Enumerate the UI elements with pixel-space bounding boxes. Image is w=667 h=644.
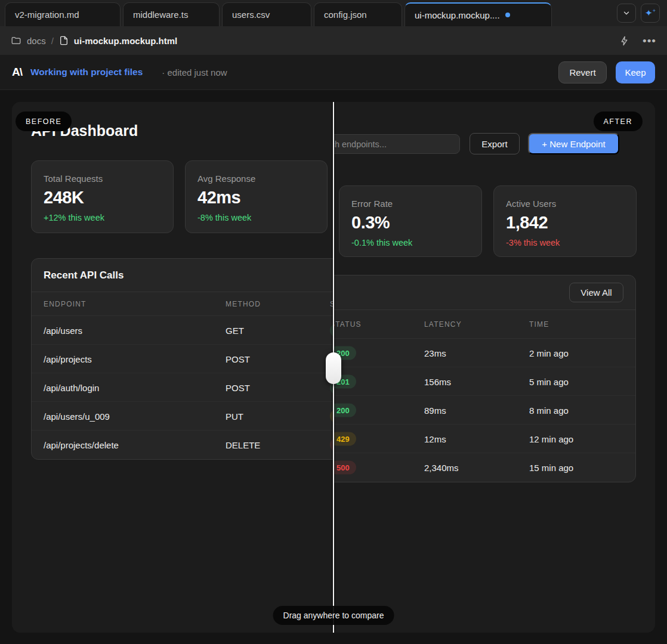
- before-stats-row: Total Requests 248K +12% this week Avg R…: [31, 160, 328, 233]
- breadcrumb-folder[interactable]: docs: [27, 36, 46, 46]
- before-after-stage: BEFORE API Dashboard Total Requests 248K…: [12, 102, 655, 633]
- stat-delta: +12% this week: [44, 213, 161, 222]
- tab-config-json[interactable]: config.json: [314, 2, 402, 26]
- file-icon: [59, 35, 69, 46]
- col-method: METHOD: [226, 300, 261, 308]
- ai-status-bar: A\ Working with project files · edited j…: [0, 55, 667, 90]
- new-endpoint-button[interactable]: + New Endpoint: [528, 133, 619, 154]
- col-latency: LATENCY: [424, 320, 462, 329]
- view-all-button[interactable]: View All: [569, 283, 623, 302]
- breadcrumb-bar: docs / ui-mockup.mockup.html •••: [0, 26, 667, 55]
- tab-middleware[interactable]: middleware.ts: [123, 2, 220, 26]
- col-status: STATUS: [330, 320, 362, 329]
- stat-card-total-requests: Total Requests 248K +12% this week: [31, 160, 174, 233]
- stat-delta: -0.1% this week: [351, 238, 470, 247]
- drag-tooltip: Drag anywhere to compare: [273, 606, 394, 625]
- editor-tab-bar: v2-migration.md middleware.ts users.csv …: [0, 0, 667, 26]
- preview-area: BEFORE API Dashboard Total Requests 248K…: [0, 90, 667, 644]
- stat-delta: -3% this week: [506, 238, 624, 247]
- breadcrumb: docs / ui-mockup.mockup.html: [11, 35, 177, 46]
- before-badge: BEFORE: [16, 112, 72, 131]
- breadcrumb-file: ui-mockup.mockup.html: [74, 36, 177, 46]
- ai-status-text: Working with project files: [30, 67, 143, 78]
- chevron-down-icon: [622, 9, 631, 17]
- tab-ui-mockup-active[interactable]: ui-mockup.mockup....: [404, 2, 552, 26]
- sparkle-plus-icon: ✦+: [645, 8, 656, 18]
- compare-drag-handle[interactable]: [326, 352, 341, 384]
- stat-card-error-rate: Error Rate 0.3% -0.1% this week: [339, 185, 482, 257]
- stat-card-active-users: Active Users 1,842 -3% this week: [493, 185, 637, 257]
- tab-list-dropdown-button[interactable]: [617, 4, 636, 23]
- export-button[interactable]: Export: [470, 133, 520, 154]
- keep-button[interactable]: Keep: [616, 61, 655, 83]
- breadcrumb-separator: /: [51, 36, 54, 46]
- tab-strip: v2-migration.md middleware.ts users.csv …: [0, 2, 552, 26]
- more-options-icon[interactable]: •••: [643, 35, 656, 47]
- panel-title: Recent API Calls: [44, 270, 123, 281]
- tab-users-csv[interactable]: users.csv: [222, 2, 311, 26]
- edited-timestamp: · edited just now: [162, 67, 227, 78]
- after-stats-row: Error Rate 0.3% -0.1% this week Active U…: [339, 185, 637, 257]
- new-ai-file-button[interactable]: ✦+: [641, 4, 660, 23]
- modified-dot-icon: [505, 13, 510, 17]
- after-badge: AFTER: [594, 112, 643, 131]
- tab-v2-migration[interactable]: v2-migration.md: [5, 2, 121, 26]
- flash-icon[interactable]: [619, 36, 629, 46]
- revert-button[interactable]: Revert: [558, 61, 607, 83]
- col-time: TIME: [529, 320, 549, 329]
- stat-card-avg-response: Avg Response 42ms -8% this week: [185, 160, 328, 233]
- stat-delta: -8% this week: [197, 213, 315, 222]
- folder-icon: [11, 35, 21, 46]
- claude-logo: A\: [12, 66, 22, 79]
- col-endpoint: ENDPOINT: [44, 300, 87, 308]
